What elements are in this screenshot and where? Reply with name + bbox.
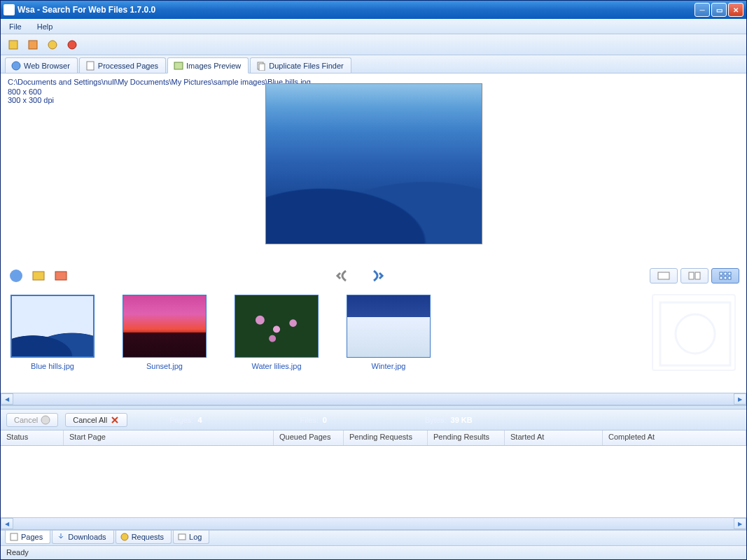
svg-rect-5 <box>87 62 94 70</box>
statusbar: Ready <box>1 545 746 559</box>
btab-label: Log <box>189 533 202 541</box>
svg-rect-26 <box>179 534 186 540</box>
stat-bytes: Bytes: 39 KB <box>425 416 473 424</box>
menu-file[interactable]: File <box>5 21 26 32</box>
next-arrow-icon[interactable] <box>367 267 386 284</box>
app-icon <box>4 4 15 15</box>
col-pending-req[interactable]: Pending Requests <box>344 430 428 445</box>
thumbnail-label: Winter.jpg <box>372 362 406 370</box>
preview-area: C:\Documents and Settings\null\My Docume… <box>1 74 746 262</box>
grid-scroll-track[interactable] <box>13 518 734 529</box>
btab-requests[interactable]: Requests <box>116 531 172 544</box>
thumbnail-strip: Blue hills.jpgSunset.jpgWater lilies.jpg… <box>1 289 746 393</box>
tab-label: Processed Pages <box>98 62 158 70</box>
scroll-left-button[interactable]: ◀ <box>1 393 13 405</box>
col-queued[interactable]: Queued Pages <box>274 430 344 445</box>
bottom-panel: Cancel Cancel All Pages: 4 Files: 0 Byte… <box>1 410 746 545</box>
toolbar-btn-3[interactable] <box>44 36 61 53</box>
btab-label: Requests <box>132 533 164 541</box>
thumbnail-label: Blue hills.jpg <box>31 362 74 370</box>
main-tabs: Web Browser Processed Pages Images Previ… <box>1 55 746 74</box>
scroll-right-button[interactable]: ▶ <box>734 393 746 405</box>
col-pending-res[interactable]: Pending Results <box>428 430 505 445</box>
thumbnail-scrollbar[interactable]: ◀ ▶ <box>1 393 746 405</box>
col-completed[interactable]: Completed At <box>603 430 746 445</box>
btab-label: Downloads <box>68 533 106 541</box>
tab-duplicate-finder[interactable]: Duplicate Files Finder <box>250 57 351 73</box>
thumbnail-label: Water lilies.jpg <box>251 362 301 370</box>
tab-processed-pages[interactable]: Processed Pages <box>79 57 166 73</box>
grid-scroll-right[interactable]: ▶ <box>734 518 746 529</box>
view-mode-1[interactable] <box>650 268 678 284</box>
titlebar: Wsa - Search For Web Files 1.7.0.0 ─ ▭ ✕ <box>1 1 746 19</box>
btab-pages[interactable]: Pages <box>5 531 50 544</box>
thumb-tool-2[interactable] <box>30 267 47 284</box>
svg-point-2 <box>48 41 57 49</box>
files-icon <box>256 61 266 71</box>
status-text: Ready <box>6 548 29 556</box>
svg-rect-11 <box>55 272 67 280</box>
toolbar-btn-2[interactable] <box>25 36 41 53</box>
col-status[interactable]: Status <box>1 430 64 445</box>
minimize-button[interactable]: ─ <box>694 3 710 17</box>
btab-log[interactable]: Log <box>173 531 209 544</box>
request-icon <box>120 533 129 541</box>
toolbar-btn-4[interactable] <box>64 36 81 53</box>
cancel-all-button[interactable]: Cancel All <box>65 413 127 427</box>
tab-images-preview[interactable]: Images Preview <box>167 57 249 74</box>
svg-rect-17 <box>728 272 731 275</box>
cancel-button[interactable]: Cancel <box>6 413 58 427</box>
grid-scroll-left[interactable]: ◀ <box>1 518 13 529</box>
svg-rect-19 <box>724 276 727 279</box>
cancel-all-icon <box>110 415 120 425</box>
thumbnail[interactable]: Blue hills.jpg <box>11 295 95 387</box>
col-started[interactable]: Started At <box>505 430 603 445</box>
svg-rect-8 <box>259 64 265 71</box>
tab-label: Images Preview <box>186 62 241 70</box>
view-mode-2[interactable] <box>680 268 708 284</box>
svg-rect-0 <box>9 41 18 49</box>
menu-help[interactable]: Help <box>33 21 57 32</box>
col-start-page[interactable]: Start Page <box>64 430 274 445</box>
svg-rect-24 <box>11 533 18 540</box>
bottom-toolbar: Cancel Cancel All Pages: 4 Files: 0 Byte… <box>1 410 746 430</box>
thumb-tool-3[interactable] <box>53 267 69 284</box>
svg-rect-15 <box>720 272 722 275</box>
scroll-track[interactable] <box>13 393 734 405</box>
close-button[interactable]: ✕ <box>728 3 743 17</box>
svg-point-23 <box>41 416 50 424</box>
tab-label: Duplicate Files Finder <box>269 62 343 70</box>
svg-rect-12 <box>658 272 669 279</box>
svg-rect-14 <box>695 272 700 279</box>
thumbnail-toolbar <box>1 262 746 289</box>
svg-rect-18 <box>720 276 722 279</box>
cancel-label: Cancel <box>14 416 38 424</box>
stat-files-value: 0 <box>323 416 327 424</box>
thumb-tool-1[interactable] <box>8 267 25 284</box>
thumbnail[interactable]: Water lilies.jpg <box>235 295 319 387</box>
tab-label: Web Browser <box>24 62 70 70</box>
image-icon <box>174 61 183 71</box>
stat-bytes-value: 39 KB <box>451 416 473 424</box>
toolbar-btn-1[interactable] <box>5 36 22 53</box>
svg-rect-13 <box>689 272 694 279</box>
svg-rect-21 <box>660 302 730 365</box>
svg-point-22 <box>676 314 715 354</box>
prev-arrow-icon[interactable] <box>333 267 353 284</box>
svg-rect-20 <box>728 276 731 279</box>
tab-web-browser[interactable]: Web Browser <box>5 57 78 73</box>
thumbnail[interactable]: Sunset.jpg <box>123 295 207 387</box>
globe-icon <box>11 61 21 71</box>
maximize-button[interactable]: ▭ <box>711 3 727 17</box>
btab-downloads[interactable]: Downloads <box>52 531 113 544</box>
grid-scrollbar[interactable]: ◀ ▶ <box>1 517 746 530</box>
cancel-all-label: Cancel All <box>73 416 107 424</box>
svg-rect-6 <box>174 62 183 69</box>
window-title: Wsa - Search For Web Files 1.7.0.0 <box>18 5 694 15</box>
stat-pages-value: 4 <box>197 416 202 424</box>
thumbnail-image <box>347 295 431 358</box>
thumbnail[interactable]: Winter.jpg <box>347 295 431 387</box>
svg-point-9 <box>10 270 22 282</box>
view-mode-3[interactable] <box>711 268 739 284</box>
menubar: File Help <box>1 19 746 34</box>
